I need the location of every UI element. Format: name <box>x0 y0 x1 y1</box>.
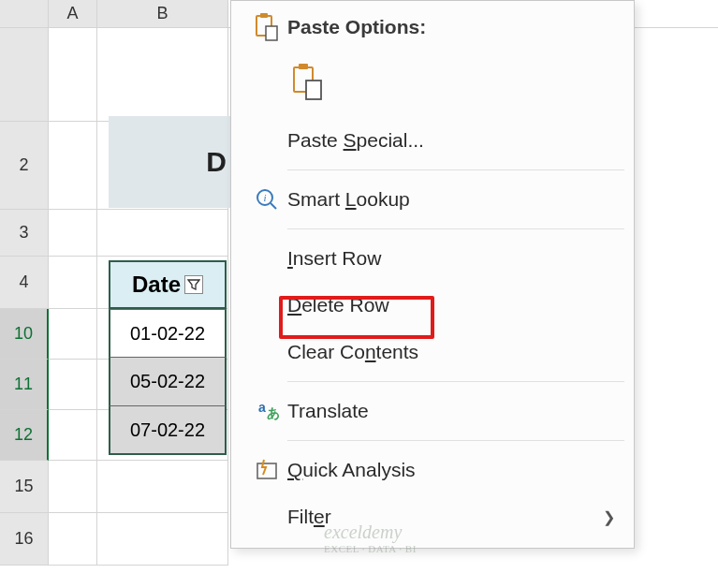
menu-paste-default[interactable] <box>233 48 632 117</box>
dataset-title-band: D <box>109 116 230 208</box>
menu-insert-row[interactable]: Insert Row <box>233 235 632 282</box>
paste-icon <box>287 64 329 101</box>
context-menu: Paste Options: Paste Special... i Smart … <box>230 0 635 549</box>
svg-rect-2 <box>266 26 277 40</box>
menu-label: Delete Row <box>287 294 615 316</box>
svg-rect-5 <box>306 81 321 99</box>
menu-label: Translate <box>287 400 615 422</box>
translate-icon: a あ <box>246 399 287 423</box>
cell-a1[interactable] <box>49 28 97 122</box>
menu-label: Smart Lookup <box>287 188 615 211</box>
cell-b16[interactable] <box>97 513 228 566</box>
svg-line-8 <box>271 203 276 209</box>
row-header-11[interactable]: 11 <box>0 360 49 410</box>
row-header-2[interactable]: 2 <box>0 122 49 210</box>
table-header-label: Date <box>132 272 181 298</box>
quick-analysis-icon <box>246 458 287 482</box>
svg-rect-4 <box>299 64 308 69</box>
row-header-4[interactable]: 4 <box>0 257 49 309</box>
cell-b3[interactable] <box>97 210 228 257</box>
submenu-arrow-icon: ❯ <box>603 508 615 526</box>
menu-paste-options-heading: Paste Options: <box>233 7 632 48</box>
cell-a15[interactable] <box>49 461 97 513</box>
svg-text:i: i <box>263 192 266 203</box>
cell-a12[interactable] <box>49 410 97 461</box>
table-row[interactable]: 01-02-22 <box>109 309 227 358</box>
menu-filter[interactable]: Filter ❯ <box>233 493 632 540</box>
menu-label: Quick Analysis <box>287 459 615 481</box>
table-row[interactable]: 05-02-22 <box>109 358 227 406</box>
cell-a4[interactable] <box>49 257 97 309</box>
select-all-corner[interactable] <box>0 0 49 27</box>
menu-paste-special[interactable]: Paste Special... <box>233 117 632 164</box>
row-header-12[interactable]: 12 <box>0 410 49 461</box>
menu-label: Filter <box>287 506 603 528</box>
svg-rect-1 <box>260 13 268 18</box>
menu-label: Paste Special... <box>287 129 615 152</box>
svg-text:あ: あ <box>267 405 280 420</box>
smart-lookup-icon: i <box>246 187 287 212</box>
cell-a2[interactable] <box>49 122 97 210</box>
menu-quick-analysis[interactable]: Quick Analysis <box>233 447 632 493</box>
table-header-date[interactable]: Date <box>109 260 227 309</box>
cell-a10[interactable] <box>49 309 97 360</box>
svg-text:a: a <box>258 400 266 415</box>
cell-a3[interactable] <box>49 210 97 257</box>
table-row[interactable]: 07-02-22 <box>109 406 227 455</box>
row-header-1[interactable] <box>0 28 49 122</box>
row-header-3[interactable]: 3 <box>0 210 49 257</box>
menu-divider <box>287 169 624 170</box>
row-header-10[interactable]: 10 <box>0 309 49 360</box>
column-header-a[interactable]: A <box>49 0 97 27</box>
menu-translate[interactable]: a あ Translate <box>233 388 632 434</box>
clipboard-icon <box>246 13 287 41</box>
cell-a11[interactable] <box>49 360 97 410</box>
menu-divider <box>287 381 624 382</box>
menu-delete-row[interactable]: Delete Row <box>233 282 632 329</box>
menu-smart-lookup[interactable]: i Smart Lookup <box>233 176 632 223</box>
row-header-15[interactable]: 15 <box>0 461 49 513</box>
menu-divider <box>287 228 624 229</box>
menu-divider <box>287 440 624 441</box>
menu-label: Clear Contents <box>287 341 615 363</box>
svg-rect-11 <box>257 463 276 478</box>
cell-a16[interactable] <box>49 513 97 566</box>
filter-dropdown-icon[interactable] <box>184 275 203 294</box>
cell-b15[interactable] <box>97 461 228 513</box>
menu-label: Insert Row <box>287 247 615 270</box>
cell-b1[interactable] <box>97 28 228 122</box>
column-header-b[interactable]: B <box>97 0 228 27</box>
menu-label: Paste Options: <box>287 16 615 38</box>
menu-clear-contents[interactable]: Clear Contents <box>233 329 632 375</box>
row-header-16[interactable]: 16 <box>0 513 49 566</box>
